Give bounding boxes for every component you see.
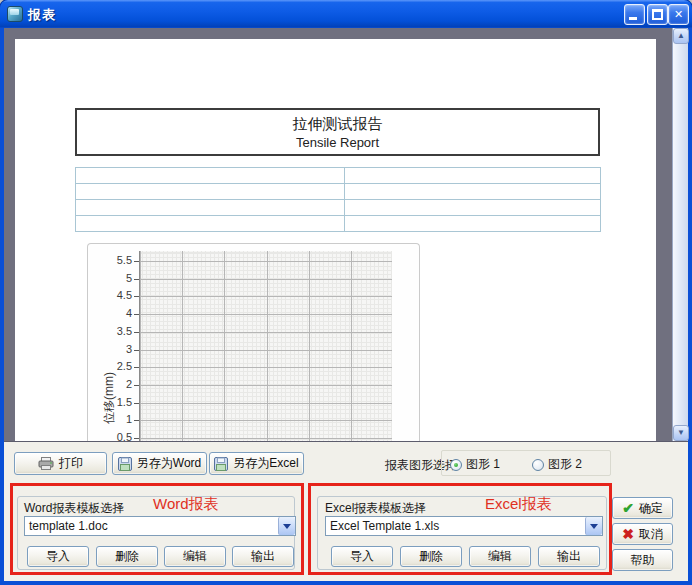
- radio-graph-1-label: 图形 1: [466, 456, 500, 473]
- word-annotation: Word报表: [153, 495, 219, 514]
- check-icon: ✔: [622, 500, 634, 516]
- report-title-cn: 拉伸测试报告: [77, 115, 598, 134]
- chart-tick-mark: [134, 279, 139, 280]
- vertical-scrollbar[interactable]: ▲ ▼: [672, 28, 688, 441]
- help-button-label: 帮助: [631, 552, 655, 569]
- graph-radio-group: 图形 1 图形 2: [441, 450, 611, 476]
- chart-tick-label: 4.5: [88, 289, 132, 301]
- chart-tick-mark: [134, 332, 139, 333]
- cancel-button-label: 取消: [639, 526, 663, 543]
- radio-graph-2[interactable]: 图形 2: [532, 456, 582, 473]
- table-cell: [345, 216, 601, 232]
- printer-icon: [38, 457, 54, 470]
- excel-template-select[interactable]: Excel Template 1.xls: [325, 516, 603, 536]
- help-button[interactable]: 帮助: [612, 549, 673, 571]
- save-as-excel-label: 另存为Excel: [233, 455, 298, 472]
- chart-tick-label: 0.5: [88, 431, 132, 441]
- save-icon: [214, 457, 228, 471]
- excel-template-highlight: Excel报表模板选择 Excel报表 Excel Template 1.xls…: [308, 483, 612, 575]
- table-row: [76, 168, 601, 184]
- maximize-button[interactable]: [647, 4, 668, 25]
- app-icon: [7, 6, 23, 22]
- minimize-button[interactable]: [624, 4, 645, 25]
- chart-tick-mark: [134, 314, 139, 315]
- excel-import-button[interactable]: 导入: [331, 546, 393, 567]
- report-title-en: Tensile Report: [77, 135, 598, 150]
- minimize-icon: [629, 17, 637, 20]
- excel-template-label: Excel报表模板选择: [325, 500, 426, 517]
- chart-tick-mark: [134, 367, 139, 368]
- word-edit-button[interactable]: 编辑: [164, 546, 226, 567]
- save-as-excel-button[interactable]: 另存为Excel: [209, 452, 304, 475]
- chart-tick-mark: [134, 296, 139, 297]
- chart-tick-label: 4: [88, 307, 132, 319]
- chart-tick-mark: [134, 420, 139, 421]
- excel-template-dropdown-button[interactable]: [585, 517, 602, 535]
- excel-export-button[interactable]: 输出: [538, 546, 600, 567]
- scroll-down-icon: ▼: [677, 428, 685, 437]
- word-import-button[interactable]: 导入: [27, 546, 89, 567]
- excel-template-value: Excel Template 1.xls: [326, 519, 585, 533]
- save-as-word-label: 另存为Word: [137, 455, 201, 472]
- close-icon: ✕: [674, 8, 683, 20]
- word-template-label: Word报表模板选择: [24, 500, 124, 517]
- report-info-table-body: [76, 168, 601, 232]
- chart-tick-mark: [134, 438, 139, 439]
- scroll-down-button[interactable]: ▼: [673, 425, 689, 441]
- excel-edit-button[interactable]: 编辑: [469, 546, 531, 567]
- chart-tick-label: 2.5: [88, 360, 132, 372]
- table-cell: [76, 200, 345, 216]
- chart-tick-label: 5: [88, 272, 132, 284]
- word-delete-button[interactable]: 删除: [96, 546, 158, 567]
- close-button[interactable]: ✕: [668, 4, 689, 25]
- radio-icon: [532, 459, 544, 471]
- word-template-highlight: Word报表模板选择 Word报表 template 1.doc 导入 删除 编…: [10, 483, 304, 575]
- save-icon: [118, 457, 132, 471]
- ok-button[interactable]: ✔ 确定: [612, 497, 673, 519]
- print-button-label: 打印: [59, 455, 83, 472]
- chart-tick-label: 3: [88, 343, 132, 355]
- chart-tick-mark: [134, 261, 139, 262]
- report-chart: 位移(mm) 5.554.543.532.521.510.5: [87, 243, 420, 441]
- table-cell: [76, 184, 345, 200]
- table-cell: [345, 200, 601, 216]
- save-as-word-button[interactable]: 另存为Word: [112, 452, 207, 475]
- excel-delete-button[interactable]: 删除: [400, 546, 462, 567]
- word-template-select[interactable]: template 1.doc: [24, 516, 296, 536]
- ok-button-label: 确定: [639, 500, 663, 517]
- chevron-down-icon: [283, 524, 291, 529]
- scroll-up-icon: ▲: [677, 31, 685, 40]
- report-info-table: [75, 167, 601, 232]
- report-title-box: 拉伸测试报告 Tensile Report: [75, 108, 600, 156]
- radio-graph-2-label: 图形 2: [548, 456, 582, 473]
- table-cell: [76, 168, 345, 184]
- titlebar: 报表 ✕: [0, 0, 692, 28]
- print-button[interactable]: 打印: [14, 452, 107, 475]
- table-cell: [76, 216, 345, 232]
- chart-tick-label: 1.5: [88, 396, 132, 408]
- maximize-icon: [652, 9, 663, 20]
- radio-icon: [450, 459, 462, 471]
- cancel-button[interactable]: ✖ 取消: [612, 523, 673, 545]
- chart-tick-mark: [134, 403, 139, 404]
- table-row: [76, 200, 601, 216]
- table-row: [76, 216, 601, 232]
- chart-tick-mark: [134, 350, 139, 351]
- word-export-button[interactable]: 输出: [232, 546, 294, 567]
- chart-tick-label: 5.5: [88, 254, 132, 266]
- x-icon: ✖: [622, 526, 634, 542]
- word-template-value: template 1.doc: [25, 519, 278, 533]
- chart-tick-mark: [134, 385, 139, 386]
- report-dialog-window: 报表 ✕ 拉伸测试报告 Tensile Report 位移(mm) 5.554.…: [0, 0, 692, 585]
- table-row: [76, 184, 601, 200]
- scroll-up-button[interactable]: ▲: [673, 28, 689, 44]
- radio-graph-1[interactable]: 图形 1: [450, 456, 500, 473]
- table-cell: [345, 168, 601, 184]
- chart-tick-label: 3.5: [88, 325, 132, 337]
- excel-annotation: Excel报表: [485, 495, 552, 514]
- window-title: 报表: [28, 6, 56, 24]
- bottom-panel: 打印 另存为Word 另存为Excel 报表图形选择 图形 1 图形 2 Wor…: [4, 441, 688, 581]
- chevron-down-icon: [590, 524, 598, 529]
- word-template-dropdown-button[interactable]: [278, 517, 295, 535]
- report-page: 拉伸测试报告 Tensile Report 位移(mm) 5.554.543.5…: [15, 39, 656, 441]
